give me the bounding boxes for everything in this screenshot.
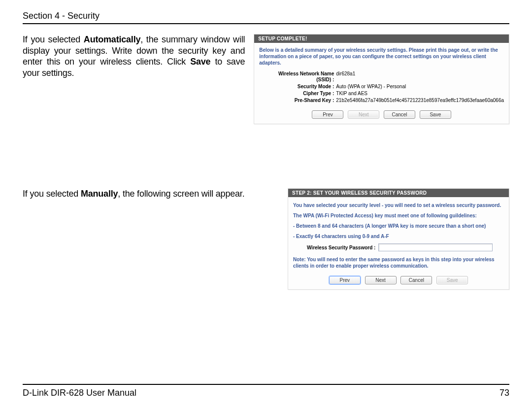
kv-value: 21b2e5486fa27a749b051ef4c457212231e8597e… [336, 98, 504, 103]
save-button: Save [436, 276, 468, 284]
panel2-line1: You have selected your security level - … [293, 202, 504, 208]
panel2-note: Note: You will need to enter the same pa… [293, 256, 504, 269]
password-row: Wireless Security Password : [307, 243, 504, 251]
cancel-button[interactable]: Cancel [400, 276, 432, 284]
save-button[interactable]: Save [420, 110, 451, 119]
kv-cipher-type: Cipher Type : TKIP and AES [270, 91, 504, 97]
row-automatic: If you selected Automatically, the summa… [23, 34, 509, 124]
footer-left: D-Link DIR-628 User Manual [23, 388, 136, 398]
footer-page-number: 73 [499, 388, 509, 398]
kv-preshared-key: Pre-Shared Key : 21b2e5486fa27a749b051ef… [270, 98, 504, 103]
section-header: Section 4 - Security [23, 11, 509, 24]
paragraph-manual: If you selected Manually, the following … [23, 188, 279, 290]
cancel-button[interactable]: Cancel [384, 110, 415, 119]
kv-label: Pre-Shared Key : [270, 98, 336, 103]
panel-title: STEP 2: SET YOUR WIRELESS SECURITY PASSW… [288, 189, 509, 197]
prev-button[interactable]: Prev [312, 110, 343, 119]
text-bold: Automatically [84, 34, 140, 44]
kv-value: Auto (WPA or WPA2) - Personal [336, 84, 504, 90]
kv-value: dir628a1 [336, 71, 504, 83]
panel2-bullet2: - Exactly 64 characters using 0-9 and A-… [293, 233, 504, 240]
text: If you selected [23, 34, 84, 44]
text: , the following screen will appear. [118, 189, 244, 199]
wireless-password-panel: STEP 2: SET YOUR WIRELESS SECURITY PASSW… [288, 188, 509, 290]
kv-label: Cipher Type : [270, 91, 336, 97]
panel2-line2: The WPA (Wi-Fi Protected Access) key mus… [293, 212, 504, 219]
setup-complete-panel: SETUP COMPLETE! Below is a detailed summ… [254, 34, 509, 124]
row-manual: If you selected Manually, the following … [23, 188, 509, 290]
prev-button[interactable]: Prev [329, 276, 361, 284]
text-bold: Save [190, 57, 210, 67]
password-label: Wireless Security Password : [307, 245, 375, 250]
text-bold: Manually [81, 189, 118, 199]
kv-ssid: Wireless Network Name (SSID) : dir628a1 [270, 71, 504, 83]
panel-title: SETUP COMPLETE! [254, 34, 509, 43]
panel-intro: Below is a detailed summary of your wire… [259, 47, 504, 66]
kv-security-mode: Security Mode : Auto (WPA or WPA2) - Per… [270, 84, 504, 90]
panel2-bullet1: - Between 8 and 64 characters (A longer … [293, 223, 504, 229]
kv-label: Wireless Network Name (SSID) : [270, 71, 336, 83]
next-button: Next [348, 110, 379, 119]
paragraph-automatic: If you selected Automatically, the summa… [23, 34, 245, 124]
kv-label: Security Mode : [270, 84, 336, 90]
panel2-buttons: Prev Next Cancel Save [293, 276, 504, 284]
page-footer: D-Link DIR-628 User Manual 73 [23, 384, 509, 398]
next-button[interactable]: Next [365, 276, 397, 284]
kv-value: TKIP and AES [336, 91, 504, 97]
password-input[interactable] [378, 243, 493, 251]
panel1-buttons: Prev Next Cancel Save [259, 110, 504, 119]
text: If you selected [23, 189, 81, 199]
